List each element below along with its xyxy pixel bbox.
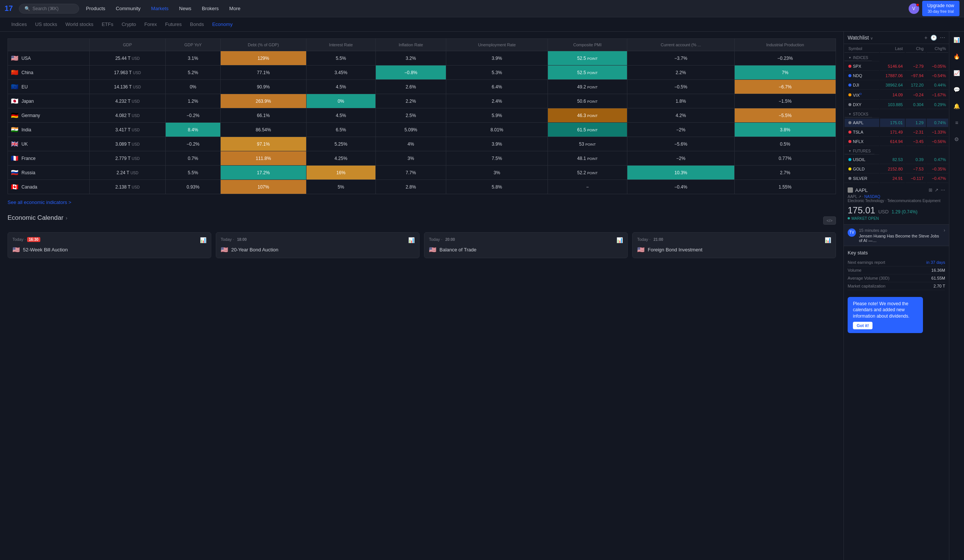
col-interest[interactable]: Interest Rate [306,39,376,51]
watchlist-row[interactable]: SPX 5146.64 −2.79 −0.05% [845,62,948,71]
watchlist-row[interactable]: VIXD 14.09 −0.24 −1.67% [845,90,948,100]
list-right-icon[interactable]: ≡ [952,117,962,128]
country-name: France [21,156,36,161]
subnav-us-stocks[interactable]: US stocks [31,20,61,29]
wl-last: 5146.64 [880,62,905,71]
gdp-value: 17.963 T [114,70,132,75]
watchlist-row[interactable]: USOIL 82.53 0.39 0.47% [845,156,948,164]
current-cell: −5.6% [627,137,735,151]
notification-dot [916,3,919,6]
unemployment-cell: 3.9% [446,51,547,65]
stat-label: Next earnings report [848,260,885,265]
search-bar[interactable]: 🔍 Search (⌘K) [19,4,79,13]
see-all-link[interactable]: See all economic indicators > [8,200,71,205]
chart-right-icon[interactable]: 📊 [952,35,962,45]
card-title: 20-Year Bond Auction [231,247,278,253]
gdp-value: 14.136 T [114,84,132,89]
col-gdp-yoy[interactable]: GDP YoY [166,39,220,51]
watchlist-row[interactable]: TSLA 171.49 −2.31 −1.33% [845,128,948,136]
table-row[interactable]: 🇯🇵Japan4.232 T USD1.2%263.9%0%2.2%2.4%50… [8,94,836,109]
calendar-card[interactable]: Today · 21:00 📊 🇺🇸 Foreign Bond Investme… [632,232,836,258]
gdp-unit: USD [132,114,140,118]
upgrade-button[interactable]: Upgrade now 30-day free trial [922,1,959,16]
debt-cell: 263.9% [220,94,306,109]
calendar-card[interactable]: Today · 18:00 📊 🇺🇸 20-Year Bond Auction [216,232,420,258]
clock-icon[interactable]: 🕐 [930,35,937,41]
subnav-bonds[interactable]: Bonds [186,20,208,29]
calendar-card[interactable]: Today · 20:00 📊 🇺🇸 Balance of Trade [424,232,628,258]
avatar[interactable]: V [909,3,919,14]
fire-right-icon[interactable]: 🔥 [952,51,962,62]
table-row[interactable]: 🇷🇺Russia2.24 T USD5.5%17.2%16%7.7%3%52.2… [8,166,836,180]
stat-label: Volume [848,268,861,273]
subnav-forex[interactable]: Forex [140,20,160,29]
watchlist-row[interactable]: NDQ 17887.06 −97.94 −0.54% [845,71,948,80]
col-inflation[interactable]: Inflation Rate [375,39,446,51]
country-cell: 🇺🇸USA [8,51,90,65]
tooltip-got-it-button[interactable]: Got it! [853,322,873,329]
more-options-icon[interactable]: ⋯ [940,35,945,41]
nav-products[interactable]: Products [82,3,109,13]
aapl-external-icon[interactable]: ↗ [935,187,938,193]
subnav-crypto[interactable]: Crypto [118,20,140,29]
calendar-cards: Today · 16:30 📊 🇺🇸 52-Week Bill Auction … [8,232,836,258]
current-cell: −0.4% [627,180,735,194]
table-row[interactable]: 🇮🇳India3.417 T USD8.4%86.54%6.5%5.09%8.0… [8,123,836,137]
gdp-unit: USD [132,128,140,132]
gdp-value: 2.24 T [116,170,129,175]
top-nav: 17 🔍 Search (⌘K) Products Community Mark… [0,0,964,17]
watchlist-row[interactable]: AAPL 175.01 1.29 0.74% [845,118,948,127]
subnav-world-stocks[interactable]: World stocks [62,20,97,29]
nav-community[interactable]: Community [112,3,145,13]
subnav-futures[interactable]: Futures [161,20,185,29]
table-row[interactable]: 🇬🇧UK3.089 T USD−0.2%97.1%5.25%4%3.9%53 P… [8,137,836,151]
col-gdp[interactable]: GDP [89,39,166,51]
wl-chgpct: 0.29% [927,101,948,109]
table-row[interactable]: 🇺🇸USA25.44 T USD3.1%129%5.5%3.2%3.9%52.5… [8,51,836,65]
table-row[interactable]: 🇨🇦Canada2.138 T USD0.93%107%5%2.8%5.8%−−… [8,180,836,194]
industrial-cell: −6.7% [734,80,835,94]
col-current[interactable]: Current account (% ... [627,39,735,51]
nav-markets[interactable]: Markets [147,3,172,13]
settings-right-icon[interactable]: ⚙ [952,134,962,144]
embed-button[interactable]: </> [823,216,836,225]
col-unemployment[interactable]: Unemployment Rate [446,39,547,51]
subnav-etfs[interactable]: ETFs [98,20,117,29]
watchlist-row[interactable]: DXY 103.885 0.304 0.29% [845,101,948,109]
calendar-card[interactable]: Today · 16:30 📊 🇺🇸 52-Week Bill Auction [8,232,211,258]
wl-chgpct: −1.67% [927,90,948,100]
subnav-indices[interactable]: Indices [8,20,31,29]
table-row[interactable]: 🇪🇺EU14.136 T USD0%90.9%4.5%2.6%6.4%49.2 … [8,80,836,94]
add-watchlist-icon[interactable]: + [925,35,928,41]
nav-brokers[interactable]: Brokers [198,3,223,13]
table-row[interactable]: 🇨🇳China17.963 T USD5.2%77.1%3.45%−0.8%5.… [8,65,836,80]
wl-chgpct: −0.05% [927,62,948,71]
news-item[interactable]: TV 15 minutes ago Jensen Huang Has Becom… [844,225,949,246]
gdp-yoy-cell: −0.2% [166,137,220,151]
gdp-cell: 25.44 T USD [89,51,166,65]
watchlist-row[interactable]: NFLX 614.94 −3.45 −0.56% [845,137,948,146]
col-debt[interactable]: Debt (% of GDP) [220,39,306,51]
trending-right-icon[interactable]: 📈 [952,68,962,78]
bell-right-icon[interactable]: 🔔 [952,101,962,111]
subnav-economy[interactable]: Economy [208,20,236,29]
aapl-price: 175.01 [848,205,875,216]
gdp-unit: USD [132,185,140,189]
table-row[interactable]: 🇫🇷France2.779 T USD0.7%111.8%4.25%3%7.5%… [8,151,836,166]
message-right-icon[interactable]: 💬 [952,84,962,95]
col-pmi[interactable]: Composite PMI [547,39,627,51]
watchlist-row[interactable]: SILVER 24.91 −0.117 −0.47% [845,174,948,183]
watchlist-row[interactable]: GOLD 2152.80 −7.53 −0.35% [845,165,948,174]
table-row[interactable]: 🇩🇪Germany4.082 T USD−0.2%66.1%4.5%2.5%5.… [8,109,836,123]
wl-last: 82.53 [880,156,905,164]
nav-news[interactable]: News [176,3,195,13]
aapl-grid-icon[interactable]: ⊞ [928,187,932,193]
aapl-more-icon[interactable]: ⋯ [941,187,945,193]
country-flag: 🇪🇺 [11,83,18,90]
ticker-dot [848,167,852,170]
watchlist-row[interactable]: DJI 38962.64 172.20 0.44% [845,81,948,89]
wl-chg: −2.31 [905,128,926,136]
nav-more[interactable]: More [226,3,244,13]
news-content: 15 minutes ago Jensen Huang Has Become t… [859,228,941,243]
col-industrial[interactable]: Industrial Production [734,39,835,51]
